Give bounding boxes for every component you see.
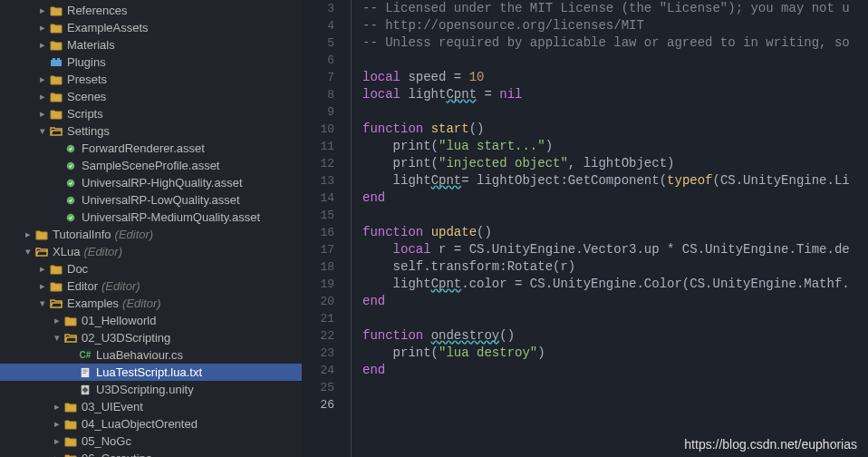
code-line[interactable]: end [362, 190, 868, 207]
code-line[interactable] [362, 310, 868, 327]
tree-item-luatestscript-lua-txt[interactable]: LuaTestScript.lua.txt [0, 364, 302, 381]
code-line[interactable]: -- Unless required by applicable law or … [362, 34, 868, 52]
chevron-right-icon[interactable] [51, 401, 63, 413]
tree-item-luabehaviour-cs[interactable]: C#LuaBehaviour.cs [0, 346, 302, 364]
tree-item-presets[interactable]: Presets [0, 71, 302, 88]
chevron-right-icon[interactable] [22, 228, 34, 240]
tree-item-universalrp-mediumquality-asset[interactable]: UniversalRP-MediumQuality.asset [0, 209, 302, 226]
line-number[interactable]: 25 [302, 379, 351, 396]
tree-item-04-luaobjectorented[interactable]: 04_LuaObjectOrented [0, 415, 302, 433]
chevron-right-icon[interactable] [36, 22, 49, 34]
chevron-right-icon[interactable] [36, 91, 49, 102]
chevron-right-icon[interactable] [36, 280, 49, 292]
chevron-right-icon[interactable] [36, 263, 49, 275]
tree-item-xlua[interactable]: XLua(Editor) [0, 243, 302, 260]
folder-icon [49, 280, 63, 293]
tree-item-03-uievent[interactable]: 03_UIEvent [0, 398, 302, 415]
chevron-down-icon[interactable] [36, 297, 49, 309]
folder-icon [49, 39, 63, 52]
code-line[interactable]: -- http://opensource.org/licenses/MIT [362, 17, 868, 34]
line-number[interactable]: 22 [302, 327, 351, 345]
chevron-right-icon[interactable] [36, 39, 49, 51]
line-number[interactable]: 7 [302, 69, 351, 86]
tree-item-forwardrenderer-asset[interactable]: ForwardRenderer.asset [0, 140, 302, 157]
chevron-right-icon[interactable] [51, 315, 63, 326]
tree-item-01-helloworld[interactable]: 01_Helloworld [0, 312, 302, 329]
code-line[interactable]: local speed = 10 [362, 69, 868, 86]
code-line[interactable]: print("injected object", lightObject) [362, 155, 868, 172]
line-number[interactable]: 11 [302, 138, 351, 155]
line-number[interactable]: 12 [302, 155, 351, 172]
chevron-down-icon[interactable] [36, 125, 49, 137]
chevron-right-icon[interactable] [36, 108, 49, 120]
code-line[interactable] [362, 396, 868, 413]
line-number[interactable]: 14 [302, 190, 351, 207]
line-number[interactable]: 6 [302, 52, 351, 69]
code-line[interactable] [362, 103, 868, 121]
chevron-right-icon[interactable] [36, 5, 49, 16]
line-number[interactable]: 17 [302, 241, 351, 258]
tree-item-editor[interactable]: Editor(Editor) [0, 277, 302, 295]
tree-item-examples[interactable]: Examples(Editor) [0, 295, 302, 312]
line-number[interactable]: 16 [302, 224, 351, 241]
code-line[interactable]: lightCpnt.color = CS.UnityEngine.Color(C… [362, 276, 868, 293]
code-line[interactable]: end [362, 293, 868, 310]
code-line[interactable]: function update() [362, 224, 868, 241]
line-number[interactable]: 21 [302, 310, 351, 327]
code-line[interactable] [362, 52, 868, 69]
folder-open-icon [49, 125, 63, 138]
line-number[interactable]: 15 [302, 207, 351, 224]
line-number[interactable]: 5 [302, 34, 351, 52]
tree-item-label: 04_LuaObjectOrented [82, 417, 198, 431]
chevron-down-icon[interactable] [22, 246, 34, 258]
code-line[interactable]: end [362, 362, 868, 379]
line-number[interactable]: 18 [302, 258, 351, 276]
tree-item-plugins[interactable]: Plugins [0, 53, 302, 71]
chevron-down-icon[interactable] [51, 332, 63, 344]
code-line[interactable]: -- Licensed under the MIT License (the "… [362, 0, 868, 17]
code-line[interactable]: local r = CS.UnityEngine.Vector3.up * CS… [362, 241, 868, 258]
tree-item-universalrp-lowquality-asset[interactable]: UniversalRP-LowQuality.asset [0, 191, 302, 209]
tree-item-exampleassets[interactable]: ExampleAssets [0, 19, 302, 36]
tree-item-u3dscripting-unity[interactable]: U3DScripting.unity [0, 381, 302, 398]
tree-item-05-nogc[interactable]: 05_NoGc [0, 433, 302, 450]
code-line[interactable]: function ondestroy() [362, 327, 868, 345]
line-number[interactable]: 13 [302, 172, 351, 190]
code-line[interactable] [362, 207, 868, 224]
tree-item-universalrp-highquality-asset[interactable]: UniversalRP-HighQuality.asset [0, 174, 302, 191]
line-number[interactable]: 4 [302, 17, 351, 34]
code-editor[interactable]: -- Licensed under the MIT License (the "… [352, 0, 868, 457]
tree-item-references[interactable]: References [0, 2, 302, 19]
line-number[interactable]: 10 [302, 121, 351, 138]
chevron-right-icon[interactable] [51, 435, 63, 447]
code-line[interactable]: local lightCpnt = nil [362, 86, 868, 103]
line-number[interactable]: 19 [302, 276, 351, 293]
line-number[interactable]: 8 [302, 86, 351, 103]
code-line[interactable]: function start() [362, 121, 868, 138]
tree-item-02-u3dscripting[interactable]: 02_U3DScripting [0, 329, 302, 346]
code-line[interactable]: print("lua destroy") [362, 345, 868, 362]
chevron-right-icon[interactable] [36, 73, 49, 85]
tree-item-label: U3DScripting.unity [96, 383, 194, 396]
tree-item-scenes[interactable]: Scenes [0, 88, 302, 105]
line-number[interactable]: 23 [302, 345, 351, 362]
line-number[interactable]: 24 [302, 362, 351, 379]
tree-item-materials[interactable]: Materials [0, 36, 302, 53]
line-number[interactable]: 3 [302, 0, 351, 17]
line-number[interactable]: 26 [302, 396, 351, 413]
chevron-right-icon[interactable] [51, 418, 63, 430]
tree-item-06-coroutine[interactable]: 06_Coroutine [0, 450, 302, 457]
line-number[interactable]: 9 [302, 103, 351, 121]
chevron-right-icon[interactable] [51, 452, 63, 457]
code-line[interactable]: self.transform:Rotate(r) [362, 258, 868, 276]
tree-item-scripts[interactable]: Scripts [0, 105, 302, 122]
code-line[interactable]: print("lua start...") [362, 138, 868, 155]
tree-item-doc[interactable]: Doc [0, 260, 302, 277]
line-number[interactable]: 20 [302, 293, 351, 310]
tree-item-samplesceneprofile-asset[interactable]: SampleSceneProfile.asset [0, 157, 302, 174]
code-line[interactable] [362, 379, 868, 396]
tree-item-tutorialinfo[interactable]: TutorialInfo(Editor) [0, 226, 302, 243]
tree-item-settings[interactable]: Settings [0, 122, 302, 140]
code-line[interactable]: lightCpnt= lightObject:GetComponent(type… [362, 172, 868, 190]
project-explorer[interactable]: ReferencesExampleAssetsMaterialsPluginsP… [0, 0, 302, 457]
